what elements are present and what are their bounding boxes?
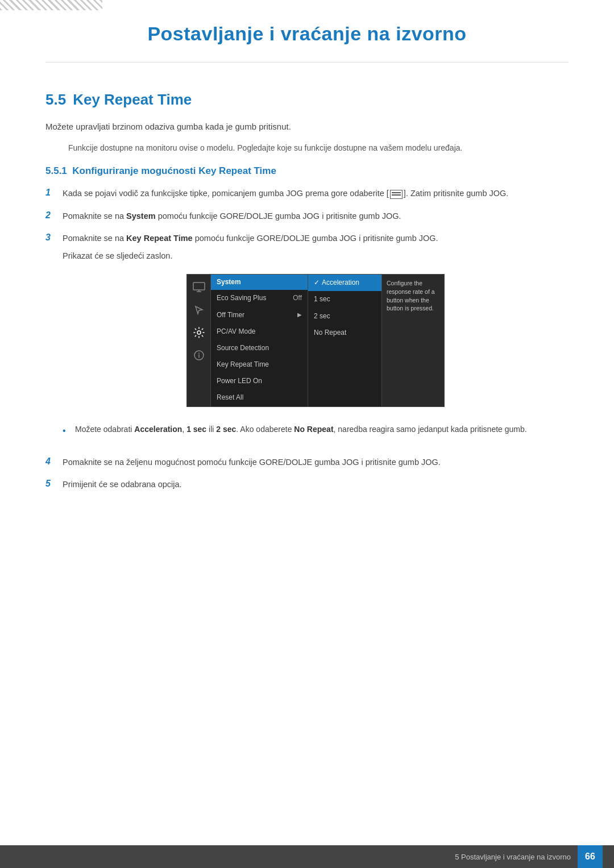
osd-item-eco: Eco Saving Plus Off xyxy=(211,290,308,306)
title-divider xyxy=(45,62,569,63)
step-4: 4 Pomaknite se na željenu mogućnost pomo… xyxy=(45,456,569,469)
step-4-num: 4 xyxy=(45,456,56,467)
osd-icon-info xyxy=(191,347,207,363)
osd-menu-title: System xyxy=(211,275,308,290)
footer-page-num: 66 xyxy=(578,845,603,868)
osd-container: System Eco Saving Plus Off Off Timer ▶ xyxy=(186,274,445,407)
page-footer: 5 Postavljanje i vraćanje na izvorno 66 xyxy=(0,845,614,868)
section-num: 5.5 xyxy=(45,91,66,109)
osd-icon-gear xyxy=(191,325,207,340)
indented-note: Funkcije dostupne na monitoru ovise o mo… xyxy=(68,142,569,154)
osd-icon-cursor xyxy=(191,302,207,318)
step-2-num: 2 xyxy=(45,210,56,221)
step-3-content: Pomaknite se na Key Repeat Time pomoću f… xyxy=(63,232,569,447)
subsection-title: Konfiguriranje mogućnosti Key Repeat Tim… xyxy=(72,165,276,176)
bullet-dot: • xyxy=(63,423,69,438)
osd-item-resetall-label: Reset All xyxy=(217,392,243,403)
svg-point-3 xyxy=(197,331,201,334)
subsection-num: 5.5.1 xyxy=(45,165,67,176)
section-title: Key Repeat Time xyxy=(73,91,192,109)
step-1: 1 Kada se pojavi vodič za funkcijske tip… xyxy=(45,187,569,200)
osd-screenshot: System Eco Saving Plus Off Off Timer ▶ xyxy=(63,274,569,407)
step-4-content: Pomaknite se na željenu mogućnost pomoću… xyxy=(63,456,569,469)
body-text-1: Možete upravljati brzinom odaziva gumba … xyxy=(45,120,569,134)
osd-submenu-2sec: 2 sec xyxy=(308,308,381,325)
subsection-heading: 5.5.1 Konfiguriranje mogućnosti Key Repe… xyxy=(45,165,569,177)
osd-submenu-norepeat: No Repeat xyxy=(308,325,381,341)
top-decoration xyxy=(0,0,102,10)
main-content: 5.5 Key Repeat Time Možete upravljati br… xyxy=(0,80,614,546)
section-heading: 5.5 Key Repeat Time xyxy=(45,91,569,109)
osd-item-resetall: Reset All xyxy=(211,389,308,406)
osd-description: Configure the response rate of a button … xyxy=(381,275,444,406)
step-5-content: Primijenit će se odabrana opcija. xyxy=(63,478,569,491)
page-container: Postavljanje i vraćanje na izvorno 5.5 K… xyxy=(0,0,614,868)
check-icon: ✓ xyxy=(314,279,320,286)
step-2-content: Pomaknite se na System pomoću funkcije G… xyxy=(63,210,569,223)
step-5: 5 Primijenit će se odabrana opcija. xyxy=(45,478,569,491)
osd-item-powerled-label: Power LED On xyxy=(217,376,262,387)
step-3-num: 3 xyxy=(45,232,56,243)
osd-submenu-acceleration: ✓Acceleration xyxy=(308,275,381,291)
osd-item-pcav-label: PC/AV Mode xyxy=(217,326,255,337)
svg-rect-0 xyxy=(193,283,205,290)
step-1-content: Kada se pojavi vodič za funkcijske tipke… xyxy=(63,187,569,200)
osd-main-menu: System Eco Saving Plus Off Off Timer ▶ xyxy=(211,275,308,406)
osd-item-keyrepeat-label: Key Repeat Time xyxy=(217,359,269,370)
osd-item-eco-value: Off xyxy=(293,293,302,304)
osd-submenu: ✓Acceleration 1 sec 2 sec No Repeat xyxy=(308,275,381,406)
osd-item-source: Source Detection xyxy=(211,340,308,356)
step-5-num: 5 xyxy=(45,478,56,489)
footer-text: 5 Postavljanje i vraćanje na izvorno xyxy=(455,853,571,861)
menu-icon xyxy=(390,190,403,199)
osd-item-offtimer: Off Timer ▶ xyxy=(211,307,308,323)
svg-point-6 xyxy=(198,353,200,354)
steps-list: 1 Kada se pojavi vodič za funkcijske tip… xyxy=(45,187,569,491)
osd-icons-bar xyxy=(187,275,211,406)
osd-submenu-1sec: 1 sec xyxy=(308,291,381,308)
osd-item-keyrepeat: Key Repeat Time xyxy=(211,356,308,373)
osd-item-offtimer-label: Off Timer xyxy=(217,310,244,321)
osd-item-eco-label: Eco Saving Plus xyxy=(217,293,266,304)
step-2: 2 Pomaknite se na System pomoću funkcije… xyxy=(45,210,569,223)
osd-item-offtimer-arrow: ▶ xyxy=(297,310,302,319)
osd-item-powerled: Power LED On xyxy=(211,373,308,389)
bullet-list: • Možete odabrati Acceleration, 1 sec il… xyxy=(63,423,569,438)
osd-item-pcav: PC/AV Mode xyxy=(211,323,308,340)
osd-item-source-label: Source Detection xyxy=(217,343,269,354)
bullet-item-1: • Možete odabrati Acceleration, 1 sec il… xyxy=(63,423,569,438)
page-title: Postavljanje i vraćanje na izvorno xyxy=(0,23,614,45)
step-1-num: 1 xyxy=(45,187,56,198)
bullet-text: Možete odabrati Acceleration, 1 sec ili … xyxy=(75,423,527,435)
step-3: 3 Pomaknite se na Key Repeat Time pomoću… xyxy=(45,232,569,447)
osd-icon-monitor xyxy=(191,279,207,295)
